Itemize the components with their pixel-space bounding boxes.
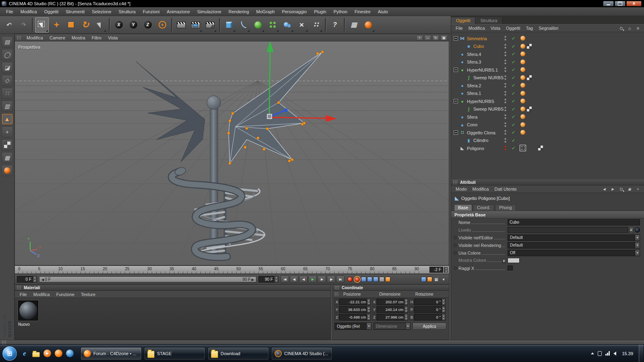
prev-frame-button[interactable]: ◀ <box>299 276 308 283</box>
visibility-dots[interactable] <box>504 138 506 143</box>
tag-icon[interactable] <box>527 60 532 64</box>
expander-icon[interactable] <box>460 76 464 80</box>
dropdown-arrow-icon[interactable] <box>635 250 640 256</box>
paint-setup-icon[interactable] <box>361 17 375 33</box>
menu-item[interactable]: Python <box>330 9 351 14</box>
tag-icon[interactable] <box>538 99 543 103</box>
dropdown-arrow-icon[interactable] <box>635 235 640 241</box>
keyframe-selection-icon[interactable] <box>421 277 426 282</box>
tag-icon[interactable] <box>527 138 532 143</box>
help-icon[interactable]: ? <box>328 17 342 33</box>
camera-zoom-icon[interactable]: ⇔ <box>424 35 431 41</box>
stepper[interactable] <box>442 299 445 305</box>
object-row[interactable]: Sfera.1 <box>451 90 644 98</box>
live-selection-tool[interactable] <box>35 17 49 33</box>
panel-menu-icon[interactable]: ≡ <box>635 25 641 31</box>
enable-check-icon[interactable] <box>512 146 515 151</box>
camera-move-icon[interactable]: + <box>416 35 423 41</box>
nome-input[interactable] <box>508 219 640 226</box>
expander-icon[interactable] <box>454 52 458 56</box>
tag-icon[interactable] <box>527 51 532 56</box>
object-name[interactable]: Cilindro <box>473 138 488 143</box>
expander-icon[interactable] <box>460 138 464 143</box>
tag-icon[interactable] <box>520 67 525 72</box>
material-name[interactable]: Nuovo <box>18 322 30 327</box>
tag-icon[interactable] <box>520 107 525 111</box>
rotation-input[interactable] <box>415 306 442 313</box>
visibility-dots[interactable] <box>504 51 506 56</box>
stepper[interactable] <box>367 299 370 305</box>
globe-icon[interactable] <box>635 227 640 232</box>
size-input[interactable] <box>377 306 404 313</box>
expander-icon[interactable] <box>460 44 464 49</box>
taskbar-button[interactable]: STAGE <box>144 347 205 360</box>
polygons-mode-icon[interactable]: ▲ <box>2 113 13 125</box>
origin-handle[interactable] <box>267 114 272 119</box>
expander-icon[interactable] <box>454 83 458 88</box>
menu-item[interactable]: Plugin <box>310 9 330 14</box>
visibility-dots[interactable] <box>504 75 506 80</box>
start-button[interactable] <box>2 346 17 361</box>
visibility-dots[interactable] <box>504 99 506 103</box>
visibility-dots[interactable] <box>504 60 506 64</box>
forward-icon[interactable]: ▶ <box>609 186 616 192</box>
tag-icon[interactable] <box>538 146 543 150</box>
livello-field[interactable] <box>508 227 628 233</box>
end-frame-field[interactable] <box>258 276 279 283</box>
hypernurbs-icon[interactable] <box>251 17 265 33</box>
tag-icon[interactable] <box>520 130 525 135</box>
expander-icon[interactable] <box>454 123 458 127</box>
tag-icon[interactable] <box>520 36 525 41</box>
firefox-icon[interactable] <box>54 348 63 359</box>
next-key-button[interactable]: |▶ <box>327 276 335 283</box>
enable-check-icon[interactable] <box>512 130 515 135</box>
preview-range-slider[interactable]: 0 F 90 F <box>39 276 256 282</box>
visibile-rendering-dropdown[interactable]: Default <box>508 242 640 249</box>
uv-mode-icon[interactable]: ▦ <box>2 152 13 163</box>
network-icon[interactable] <box>605 351 610 356</box>
tag-icon[interactable] <box>527 130 532 135</box>
snap-settings-icon[interactable]: ▦ <box>347 17 361 33</box>
tag-icon[interactable] <box>538 114 543 119</box>
tag-icon[interactable] <box>520 75 525 80</box>
menu-item[interactable]: Struttura <box>115 9 139 14</box>
enable-check-icon[interactable] <box>512 99 515 104</box>
y-axis-handle[interactable] <box>269 50 270 116</box>
object-row[interactable]: Sweep NURBS <box>451 105 644 113</box>
visibility-dots[interactable] <box>504 67 506 72</box>
checker-texture-icon[interactable] <box>2 139 13 150</box>
object-name[interactable]: Poligono <box>467 146 484 151</box>
rotate-tool[interactable]: ↻ <box>78 17 92 33</box>
apply-button[interactable]: Applica <box>413 323 446 330</box>
size-input[interactable] <box>377 299 404 305</box>
end-frame-stepper[interactable] <box>274 276 278 282</box>
object-name[interactable]: Sweep NURBS <box>473 75 504 80</box>
position-input[interactable] <box>340 314 367 320</box>
taskbar-button[interactable]: CINEMA 4D Studio (... <box>271 347 332 360</box>
menu-item[interactable]: Strumenti <box>62 9 88 14</box>
particles-icon[interactable]: ∷ <box>309 17 323 33</box>
next-frame-button[interactable]: ▶ <box>318 276 326 283</box>
menu-item[interactable]: MoGraph <box>253 9 279 14</box>
play-button[interactable]: ▶ <box>308 276 317 283</box>
record-position-toggle[interactable] <box>361 277 366 282</box>
move-tool[interactable]: + <box>50 17 63 33</box>
model-mode-icon[interactable]: ◯ <box>2 49 13 60</box>
tag-icon[interactable] <box>520 146 525 150</box>
keyframe-circle-icon[interactable] <box>454 267 457 270</box>
expander-icon[interactable] <box>454 115 458 119</box>
stepper[interactable] <box>404 299 408 305</box>
object-row[interactable]: Cilindro <box>451 137 644 145</box>
object-row[interactable]: Cubo <box>451 43 644 51</box>
position-input[interactable] <box>340 306 367 313</box>
frame-offset-stepper[interactable] <box>444 267 448 273</box>
lock-icon[interactable]: ▣ <box>626 186 633 192</box>
visibility-dots[interactable] <box>504 44 506 49</box>
tag-icon[interactable] <box>520 44 525 49</box>
menu-item[interactable]: Funzioni <box>139 9 163 14</box>
lock-y-icon[interactable]: Y <box>126 17 140 33</box>
tag-icon[interactable] <box>527 36 532 41</box>
manager-tab[interactable]: Oggetti <box>451 17 475 24</box>
internet-explorer-icon[interactable] <box>20 348 29 359</box>
visibility-dots[interactable] <box>504 122 506 127</box>
